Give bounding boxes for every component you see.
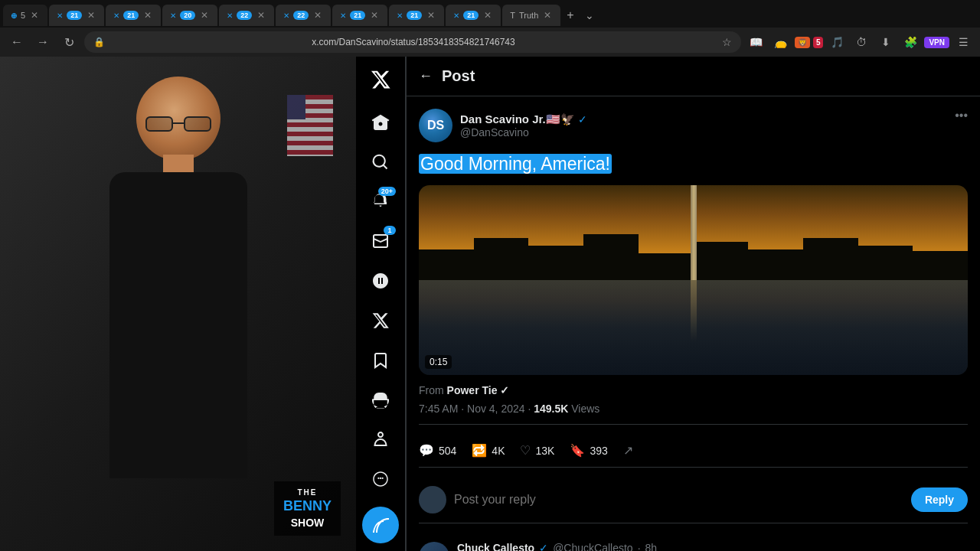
extensions-button[interactable]: 🧩	[900, 31, 921, 53]
tab-4[interactable]: ✕ 22 ✕	[219, 5, 274, 26]
lock-icon: 🔒	[93, 37, 105, 47]
tweet-author: DS Dan Scavino Jr.🇺🇸🦅 ✓ @DanScavino •••	[419, 109, 968, 142]
more-options-button[interactable]: •••	[955, 109, 968, 122]
reply-box: Reply	[419, 477, 968, 523]
reply-input[interactable]	[454, 493, 903, 507]
sidebar-item-search[interactable]	[362, 144, 399, 181]
tree-10	[913, 251, 968, 280]
author-name-row: Dan Scavino Jr.🇺🇸🦅 ✓	[460, 112, 587, 126]
messages-badge: 1	[384, 226, 396, 235]
sidebar-item-profile[interactable]	[362, 421, 399, 458]
x-sidebar-icon	[371, 311, 390, 330]
tab-close-3[interactable]: ✕	[199, 10, 210, 21]
tweet-media[interactable]: 0:15	[419, 185, 968, 375]
person-icon	[371, 430, 390, 448]
nav-actions: 📖 👝 🦁 5 🎵 ⏱ ⬇ 🧩 VPN ☰	[746, 31, 974, 53]
grok-icon	[371, 272, 390, 290]
notifications-badge: 20+	[378, 187, 396, 196]
sidebar-item-x[interactable]	[362, 302, 399, 339]
like-stat-icon: ♡	[520, 443, 531, 458]
tab-8[interactable]: ✕ 21 ✕	[446, 5, 501, 26]
music-button[interactable]: 🎵	[826, 31, 848, 53]
tab-3[interactable]: ✕ 20 ✕	[162, 5, 217, 26]
tab-2[interactable]: ✕ 21 ✕	[106, 5, 161, 26]
notification-badge: 5	[813, 37, 824, 48]
comment-author-avatar-1[interactable]: CC	[419, 542, 449, 551]
reply-stat-icon: 💬	[419, 443, 434, 458]
tree-5	[639, 253, 694, 280]
compose-button[interactable]	[362, 507, 399, 543]
address-bar[interactable]: 🔒 x.com/DanScavino/status/18534183548217…	[84, 31, 741, 53]
tab-truth[interactable]: T Truth ✕	[502, 5, 560, 26]
author-name: Dan Scavino Jr.🇺🇸🦅	[460, 112, 575, 126]
tab-close-5[interactable]: ✕	[312, 10, 323, 21]
replies-stat[interactable]: 💬 504	[419, 443, 456, 458]
bookmark-stat-icon: 🔖	[570, 443, 585, 458]
back-arrow-button[interactable]: ←	[419, 68, 433, 84]
tree-2	[474, 238, 529, 280]
watermark-the: THE	[283, 487, 332, 497]
views-label: Views	[571, 403, 599, 415]
back-button[interactable]: ←	[6, 31, 28, 53]
retweets-stat[interactable]: 🔁 4K	[472, 443, 505, 458]
tweet-text: Good Morning, America!	[419, 152, 968, 176]
tab-close-6[interactable]: ✕	[369, 10, 380, 21]
wallet-button[interactable]: 👝	[770, 31, 792, 53]
like-count: 13K	[535, 445, 554, 457]
tree-3	[528, 246, 583, 280]
x-sidebar: 20+ 1	[356, 57, 406, 551]
comment-author-row-1: Chuck Callesto ✓ @ChuckCallesto · 8h	[457, 542, 968, 551]
comment-item-1: CC Chuck Callesto ✓ @ChuckCallesto · 8h …	[419, 533, 968, 551]
tweet-meta: 7:45 AM · Nov 4, 2024 · 149.5K Views	[419, 403, 968, 425]
reader-mode-button[interactable]: 📖	[746, 31, 767, 53]
tab-close-active[interactable]: ✕	[29, 10, 40, 21]
comment-time-1: 8h	[645, 542, 658, 551]
watermark-show: SHOW	[283, 516, 332, 530]
main-area: THE BENNY SHOW 20+	[0, 57, 980, 551]
likes-stat[interactable]: ♡ 13K	[520, 443, 554, 458]
sidebar-item-more[interactable]	[362, 461, 399, 497]
downloads-button[interactable]: ⬇	[875, 31, 897, 53]
sidebar-item-communities[interactable]	[362, 382, 399, 419]
author-avatar[interactable]: DS	[419, 109, 452, 142]
tree-6	[694, 242, 749, 280]
brave-shield-badge[interactable]: 🦁	[795, 37, 810, 48]
tab-1[interactable]: ✕ 21 ✕	[49, 5, 104, 26]
tab-close-7[interactable]: ✕	[426, 10, 436, 21]
forward-button[interactable]: →	[32, 31, 54, 53]
person-video: THE BENNY SHOW	[0, 57, 356, 551]
comment-dot-sep-1: ·	[638, 542, 641, 551]
bookmarks-stat[interactable]: 🔖 393	[570, 443, 607, 458]
sidebar-item-notifications[interactable]: 20+	[362, 184, 399, 220]
tab-close-4[interactable]: ✕	[256, 10, 266, 21]
tab-close-truth[interactable]: ✕	[542, 10, 553, 21]
refresh-button[interactable]: ↻	[58, 31, 80, 53]
new-tab-button[interactable]: +	[562, 8, 578, 22]
x-logo[interactable]	[365, 64, 396, 95]
tab-5[interactable]: ✕ 22 ✕	[276, 5, 331, 26]
tree-9	[858, 246, 913, 280]
tweet-stats: 💬 504 🔁 4K ♡ 13K 🔖 393 ↗	[419, 434, 968, 468]
reply-button[interactable]: Reply	[911, 487, 968, 512]
washington-monument	[691, 185, 697, 280]
tab-7[interactable]: ✕ 21 ✕	[389, 5, 444, 26]
retweet-stat-icon: 🔁	[472, 443, 487, 458]
sidebar-item-grok[interactable]	[362, 262, 399, 299]
tab-close-1[interactable]: ✕	[86, 10, 96, 21]
tweet-timestamp: 7:45 AM · Nov 4, 2024	[419, 403, 525, 415]
sidebar-item-home[interactable]	[362, 104, 399, 141]
sidebar-item-messages[interactable]: 1	[362, 223, 399, 259]
sidebar-item-bookmarks[interactable]	[362, 342, 399, 379]
tweet-body: DS Dan Scavino Jr.🇺🇸🦅 ✓ @DanScavino •••	[407, 96, 980, 551]
vpn-badge[interactable]: VPN	[924, 37, 949, 48]
communities-icon	[371, 391, 390, 409]
history-button[interactable]: ⏱	[851, 31, 872, 53]
tab-close-2[interactable]: ✕	[142, 10, 153, 21]
menu-button[interactable]: ☰	[952, 31, 974, 53]
tab-close-8[interactable]: ✕	[482, 10, 493, 21]
share-stat[interactable]: ↗	[623, 443, 633, 458]
home-icon	[371, 113, 390, 132]
tab-active[interactable]: ⊕ 5 ✕	[3, 5, 47, 26]
tab-6[interactable]: ✕ 21 ✕	[332, 5, 387, 26]
tab-overflow-button[interactable]: ⌄	[580, 9, 599, 21]
